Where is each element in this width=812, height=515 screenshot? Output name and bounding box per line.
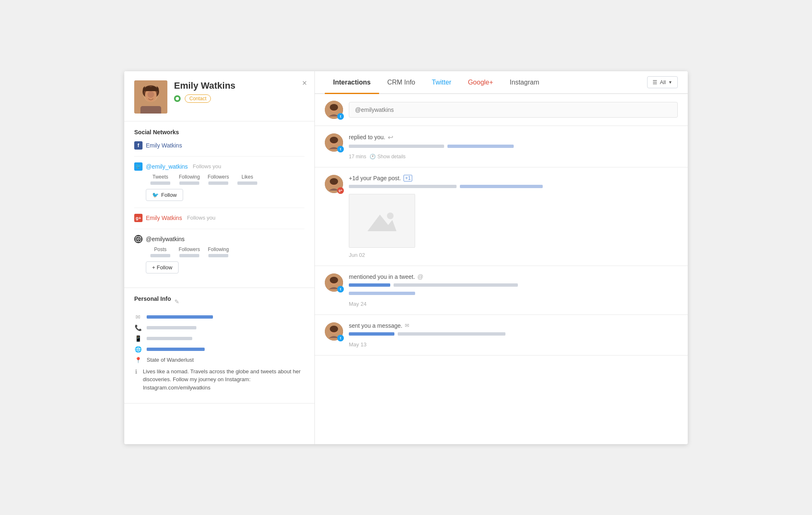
tab-interactions[interactable]: Interactions (325, 71, 379, 94)
social-item-instagram: @emilywatkins Posts Followers Following (134, 235, 304, 273)
bio-text: Lives like a nomad. Travels across the g… (143, 368, 304, 392)
interaction-item-message: t sent you a message. ✉ May 13 (315, 315, 688, 355)
info-mobile-row: 📱 (134, 335, 304, 342)
svg-point-7 (176, 97, 179, 100)
profile-name: Emily Watkins (174, 80, 304, 91)
social-networks-title: Social Networks (134, 129, 304, 135)
svg-point-24 (330, 277, 338, 283)
email-icon: ✉ (134, 314, 142, 320)
plus1-date: Jun 02 (349, 252, 678, 258)
personal-info-section: Personal Info ✎ ✉ 📞 📱 🌐 📍 State o (124, 288, 314, 404)
twitter-follows-you: Follows you (193, 163, 221, 169)
plus1-avatar-wrapper: g+ (325, 175, 343, 193)
message-lines (349, 332, 678, 338)
svg-point-13 (330, 104, 338, 111)
social-item-googleplus: g+ Emily Watkins Follows you (134, 214, 304, 222)
mention-line-1a (349, 283, 390, 287)
twitter-follow-label: Follow (161, 192, 177, 198)
svg-point-21 (387, 213, 394, 219)
svg-point-9 (138, 238, 140, 240)
twitter-likes-stat: Likes (233, 174, 262, 185)
app-container: Emily Watkins Contact × Social Networks … (124, 71, 688, 444)
likes-bar (237, 181, 257, 185)
mention-line-1b (394, 283, 518, 287)
mention-action-text: mentioned you in a tweet. (349, 273, 415, 280)
reply-twitter-badge: t (337, 146, 344, 152)
mention-at-icon: @ (418, 273, 423, 280)
instagram-stats-row: Posts Followers Following (146, 247, 304, 257)
svg-point-5 (147, 91, 154, 98)
twitter-following-stat: Following (175, 174, 204, 185)
compose-row: t (315, 94, 688, 126)
plus1-line-1 (349, 185, 457, 188)
googleplus-follows-you: Follows you (187, 215, 215, 221)
show-details-link[interactable]: 🕐 Show details (370, 154, 406, 160)
plus1-icon: +1 (404, 175, 413, 181)
likes-label: Likes (233, 174, 262, 180)
message-twitter-badge: t (337, 335, 344, 341)
mention-line-2 (349, 292, 415, 295)
following-label: Following (175, 174, 204, 180)
ig-following-label: Following (204, 247, 233, 252)
instagram-follow-label: + Follow (152, 264, 172, 271)
twitter-follow-button[interactable]: 🐦 Follow (146, 189, 183, 201)
googleplus-name[interactable]: Emily Watkins (146, 215, 182, 221)
social-networks-section: Social Networks f Emily Watkins 🐦 @emil (124, 121, 314, 288)
instagram-followers-stat: Followers (175, 247, 204, 257)
svg-point-27 (330, 326, 338, 332)
twitter-follow-icon: 🐦 (152, 192, 159, 198)
instagram-follow-button[interactable]: + Follow (146, 261, 179, 273)
close-button[interactable]: × (302, 79, 307, 87)
message-line-1b (398, 332, 505, 336)
plus1-action-text: +1d your Page post. (349, 175, 401, 181)
contact-badge: Contact (185, 94, 211, 103)
clock-icon: 🕐 (370, 154, 376, 160)
bio-icon: ℹ (134, 368, 138, 375)
compose-input[interactable] (349, 102, 678, 118)
email-bar (147, 315, 213, 319)
filter-list-icon: ☰ (652, 79, 657, 85)
right-panel: Interactions CRM Info Twitter Google+ In… (315, 71, 688, 444)
interaction-item-plus1: g+ +1d your Page post. +1 (315, 167, 688, 266)
filter-dropdown[interactable]: ☰ All ▼ (647, 76, 678, 88)
following-bar (179, 181, 199, 185)
message-date: May 13 (349, 341, 678, 348)
interaction-item-mention: t mentioned you in a tweet. @ (315, 266, 688, 315)
tab-crm-info[interactable]: CRM Info (379, 71, 424, 94)
reply-header: replied to you. ↩ (349, 133, 678, 141)
info-phone-row: 📞 (134, 324, 304, 331)
reply-line-2 (447, 145, 514, 148)
instagram-handle[interactable]: @emilywatkins (146, 236, 185, 242)
followers-label: Followers (204, 174, 233, 180)
message-content: sent you a message. ✉ May 13 (349, 322, 678, 348)
location-icon: 📍 (134, 357, 142, 363)
ig-following-bar (208, 254, 228, 257)
tab-instagram[interactable]: Instagram (501, 71, 547, 94)
facebook-handle[interactable]: Emily Watkins (146, 142, 182, 149)
edit-icon[interactable]: ✎ (174, 298, 179, 305)
message-avatar-wrapper: t (325, 322, 343, 341)
profile-header: Emily Watkins Contact × (124, 71, 314, 121)
facebook-icon: f (134, 141, 143, 150)
tab-twitter[interactable]: Twitter (423, 71, 459, 94)
tab-googleplus[interactable]: Google+ (459, 71, 501, 94)
info-bio-row: ℹ Lives like a nomad. Travels across the… (134, 368, 304, 392)
left-panel: Emily Watkins Contact × Social Networks … (124, 71, 315, 444)
twitter-handle[interactable]: @emily_watkins (146, 163, 188, 170)
mention-avatar-wrapper: t (325, 273, 343, 292)
plus1-gp-badge: g+ (337, 187, 344, 194)
reply-meta: 17 mins 🕐 Show details (349, 154, 678, 160)
phone-icon: 📞 (134, 324, 142, 331)
svg-point-19 (330, 178, 338, 185)
twitter-followers-stat: Followers (204, 174, 233, 185)
plus1-header: +1d your Page post. +1 (349, 175, 678, 181)
svg-rect-8 (136, 237, 141, 242)
location-text: State of Wanderlust (147, 357, 194, 363)
svg-rect-6 (140, 106, 161, 114)
googleplus-icon: g+ (134, 214, 143, 222)
twitter-icon: 🐦 (134, 162, 143, 171)
tabs-bar: Interactions CRM Info Twitter Google+ In… (315, 71, 688, 94)
tweets-label: Tweets (146, 174, 175, 180)
mobile-icon: 📱 (134, 335, 142, 342)
reply-icon: ↩ (388, 133, 393, 141)
